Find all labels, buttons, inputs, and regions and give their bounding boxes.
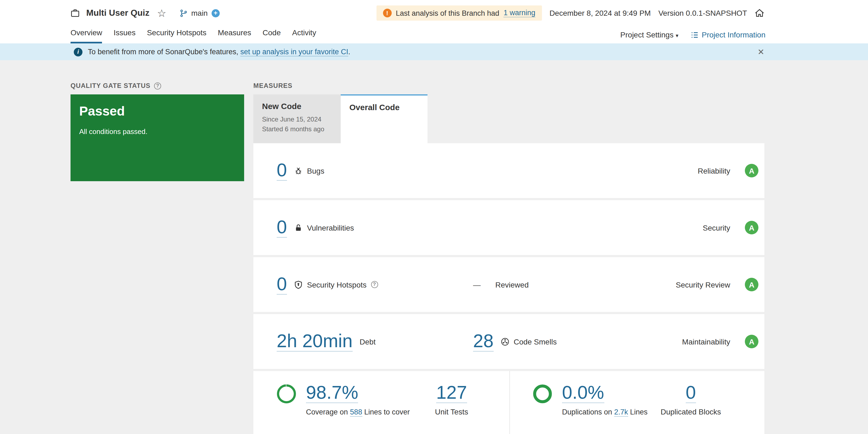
version-label: Version 0.0.1-SNAPSHOT <box>658 9 747 18</box>
chevron-down-icon: ▾ <box>676 33 678 38</box>
project-nav: Overview Issues Security Hotspots Measur… <box>0 26 868 43</box>
security-review-rating-badge: A <box>745 278 758 291</box>
project-settings-dropdown[interactable]: Project Settings▾ <box>620 30 678 39</box>
measure-row-coverage-duplications: 98.7% Coverage on 588 Lines to cover 127… <box>253 371 764 434</box>
info-icon: i <box>74 48 83 56</box>
tab-security-hotspots[interactable]: Security Hotspots <box>147 28 207 43</box>
home-icon[interactable] <box>755 9 764 18</box>
tab-overview[interactable]: Overview <box>70 28 102 43</box>
maintainability-label: Maintainability <box>682 337 730 346</box>
quality-gate-status: Passed <box>79 104 236 119</box>
code-smell-icon <box>501 337 509 346</box>
banner-text: To benefit from more of SonarQube's feat… <box>88 48 350 56</box>
close-icon[interactable]: ✕ <box>757 48 764 56</box>
sonarqube-project-overview: Multi User Quiz ☆ main + ! Last analysis… <box>0 0 868 434</box>
security-rating-badge: A <box>745 221 758 235</box>
bugs-label: Bugs <box>307 166 324 175</box>
code-smells-count-link[interactable]: 28 <box>473 332 494 351</box>
tab-overall-code[interactable]: Overall Code <box>341 94 428 143</box>
measure-row-security-review: 0 Security Hotspots ? — Reviewed Securit… <box>253 257 764 312</box>
tab-code[interactable]: Code <box>262 28 281 43</box>
branch-selector: main + <box>179 9 220 18</box>
analysis-date: December 8, 2024 at 9:49 PM <box>550 9 651 18</box>
coverage-percent-link[interactable]: 98.7% <box>306 383 358 403</box>
branch-icon <box>179 9 187 17</box>
duplications-ring-icon <box>532 383 553 434</box>
project-icon <box>70 8 80 18</box>
lock-icon <box>294 223 303 232</box>
debt-value-link[interactable]: 2h 20min <box>277 332 352 351</box>
tab-issues[interactable]: Issues <box>114 28 135 43</box>
duplications-percent-link[interactable]: 0.0% <box>562 383 604 403</box>
security-hotspots-label: Security Hotspots <box>307 280 367 289</box>
duplicated-lines-link[interactable]: 2.7k <box>614 408 628 416</box>
tab-measures[interactable]: Measures <box>218 28 251 43</box>
add-branch-button[interactable]: + <box>212 9 220 17</box>
hotspots-count-link[interactable]: 0 <box>277 275 287 294</box>
quality-gate-heading: QUALITY GATE STATUS ? <box>70 82 244 90</box>
coverage-ring-icon <box>276 383 297 434</box>
new-code-started: Started 6 months ago <box>262 124 332 134</box>
quality-gate-description: All conditions passed. <box>79 127 236 135</box>
duplicated-blocks-label: Duplicated Blocks <box>660 407 721 416</box>
nav-tabs: Overview Issues Security Hotspots Measur… <box>70 28 316 43</box>
coverage-caption: Coverage on 588 Lines to cover <box>306 408 410 416</box>
quality-gate-section: QUALITY GATE STATUS ? Passed All conditi… <box>70 82 244 434</box>
header-meta: ! Last analysis of this Branch had 1 war… <box>376 5 764 21</box>
duplications-caption: Duplications on 2.7k Lines <box>562 408 648 416</box>
overview-main: QUALITY GATE STATUS ? Passed All conditi… <box>0 60 868 434</box>
measure-row-reliability: 0 Bugs Reliability A <box>253 143 764 198</box>
unit-tests-count-link[interactable]: 127 <box>436 382 467 403</box>
shield-icon <box>294 280 303 289</box>
unit-tests-label: Unit Tests <box>435 407 468 416</box>
bug-icon <box>294 166 303 175</box>
list-icon <box>690 31 699 39</box>
ci-setup-link[interactable]: set up analysis in your favorite CI <box>240 48 348 56</box>
measures-section: MEASURES New Code Since June 15, 2024 St… <box>253 82 764 434</box>
reviewed-value: — <box>473 280 480 289</box>
duplicated-blocks-count-link[interactable]: 0 <box>686 382 696 403</box>
warning-link[interactable]: 1 warning <box>504 9 535 18</box>
tab-new-code[interactable]: New Code Since June 15, 2024 Started 6 m… <box>253 94 341 143</box>
lines-to-cover-link[interactable]: 588 <box>350 408 362 416</box>
quality-gate-status-box: Passed All conditions passed. <box>70 94 244 181</box>
measure-row-security: 0 Vulnerabilities Security A <box>253 200 764 255</box>
measure-row-maintainability: 2h 20min Debt 28 Code Smells Maintainabi… <box>253 314 764 369</box>
measures-tabs: New Code Since June 15, 2024 Started 6 m… <box>253 94 764 143</box>
measures-heading: MEASURES <box>253 82 764 90</box>
warning-text: Last analysis of this Branch had <box>396 9 499 17</box>
duplications-cell: 0.0% Duplications on 2.7k Lines 0 Duplic… <box>509 371 764 434</box>
ci-setup-banner: i To benefit from more of SonarQube's fe… <box>0 43 868 60</box>
reliability-rating-badge: A <box>745 164 758 177</box>
new-code-since: Since June 15, 2024 <box>262 115 332 124</box>
project-header: Multi User Quiz ☆ main + ! Last analysis… <box>0 0 868 26</box>
page-title: Multi User Quiz <box>86 8 150 18</box>
bugs-count-link[interactable]: 0 <box>277 161 287 180</box>
branch-name: main <box>191 9 208 18</box>
warning-icon: ! <box>383 9 392 18</box>
reviewed-label: Reviewed <box>495 280 529 289</box>
maintainability-rating-badge: A <box>745 335 758 348</box>
debt-label: Debt <box>360 337 376 346</box>
vulnerabilities-label: Vulnerabilities <box>307 223 354 232</box>
help-icon[interactable]: ? <box>371 281 378 288</box>
analysis-warning-badge: ! Last analysis of this Branch had 1 war… <box>376 5 542 21</box>
vulnerabilities-count-link[interactable]: 0 <box>277 218 287 237</box>
tab-activity[interactable]: Activity <box>292 28 316 43</box>
favorite-star-icon[interactable]: ☆ <box>157 8 166 18</box>
project-information-button[interactable]: Project Information <box>690 30 766 39</box>
security-review-label: Security Review <box>676 280 730 289</box>
reliability-label: Reliability <box>698 166 730 175</box>
nav-right: Project Settings▾ Project Information <box>620 30 766 43</box>
help-icon[interactable]: ? <box>154 82 161 89</box>
security-label: Security <box>703 223 730 232</box>
coverage-cell: 98.7% Coverage on 588 Lines to cover 127… <box>253 371 509 434</box>
code-smells-label: Code Smells <box>514 337 557 346</box>
